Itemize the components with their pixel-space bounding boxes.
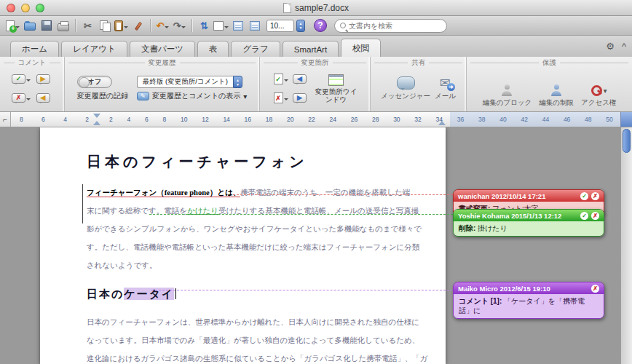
reject-change-icon[interactable]: ✗ [591,212,599,220]
accept-change-icon[interactable]: ✓ [580,192,588,200]
search-field[interactable] [334,19,447,33]
next-comment-button[interactable]: ▶ [36,71,51,87]
ruler-number: 42 [521,116,527,123]
step-down-icon: ▼ [299,25,303,30]
restrict-editing-button[interactable]: 編集の制限 [539,84,574,108]
delete-comment-icon[interactable]: ✗ [591,285,599,293]
previous-change-button[interactable]: ◀ [292,71,307,87]
text-run: 日本の [87,288,124,300]
document-proxy-icon[interactable] [283,3,291,13]
block-authors-button[interactable]: 編集のブロック [483,84,532,108]
copy-button[interactable] [97,17,112,33]
print-button[interactable] [55,17,71,33]
person-gray-icon [502,84,512,96]
format-painter-button[interactable] [130,17,146,33]
tracked-format-change-text: フィーチャーフォン（feature phone）とは、 [87,189,240,197]
minimize-window-button[interactable] [21,4,30,12]
toolbar-separator [75,19,76,32]
font-size-stepper[interactable]: ▲▼ [296,20,305,32]
save-button[interactable] [39,17,54,33]
tab-charts[interactable]: グラフ [231,41,280,57]
search-input[interactable] [349,22,441,30]
open-button[interactable] [22,17,37,33]
comment-leader-line-green [149,214,453,215]
reject-change-button[interactable]: ✗ [273,90,288,106]
scrollbar-thumb[interactable] [623,129,631,153]
balloon-body: 削除: 掛けたり [454,221,604,236]
review-pane-button[interactable]: 変更箇所ウインドウ [314,74,359,103]
tab-review[interactable]: 校閲 [341,39,381,57]
ribbon-options: ⚙ ^ [606,41,626,52]
balloon-header: wanichan 2012/10/14 17:21 ✓ ✗ [454,190,604,202]
permissions-button[interactable]: ▾ アクセス権 [581,84,616,108]
protection-group: 保護 編集のブロック 編集の制限 ▾ アクセス権 [466,57,632,111]
previous-comment-button[interactable]: ◀ [36,90,51,106]
close-window-button[interactable] [7,4,15,12]
tab-layout[interactable]: レイアウト [61,41,127,57]
document-page[interactable]: 日本のフィーチャーフォン フィーチャーフォン（feature phone）とは、… [40,127,446,364]
redo-button[interactable]: ↷ [172,17,187,33]
next-change-button[interactable]: ▶ [292,90,307,106]
new-comment-button[interactable]: ✓ [12,71,31,87]
font-size-combo[interactable]: 10... [266,20,294,32]
ribbon-review: コメント ✓ ▶ ✗ ◀ 変更履歴 オフ 最終版 (変更箇所/コメント) ▲▼ [0,57,632,112]
key-icon [590,84,602,96]
vertical-scrollbar[interactable] [620,127,632,364]
delete-comment-icon: ✗ [12,93,25,103]
layout-view-button[interactable] [213,17,229,33]
zoom-window-button[interactable] [36,4,44,12]
ruler-number: 16 [245,116,251,123]
block-authors-label: 編集のブロック [483,98,532,108]
track-changes-toggle[interactable]: オフ [77,76,112,88]
save-icon [42,20,52,31]
tab-document-elements[interactable]: 文書パーツ [130,41,195,57]
scrollbar-top-box[interactable] [620,112,632,127]
reject-change-icon[interactable]: ✗ [591,192,599,200]
right-indent-marker[interactable] [438,117,446,125]
ruler-number: 6 [42,116,45,123]
cut-button[interactable]: ✂ [80,17,95,33]
dropdown-caret-icon [26,79,31,84]
next-change-icon: ▶ [293,93,307,103]
accept-change-button[interactable]: ✓ [273,71,288,87]
changes-group: 変更箇所 ✓ ◀ ✗ ▶ 変更箇所ウインドウ [259,57,370,111]
messenger-button[interactable]: メッセンジャー [381,76,430,101]
accept-change-icon[interactable]: ✓ [580,212,588,220]
mail-label: メール [435,92,456,101]
tab-home[interactable]: ホーム [10,41,59,57]
scissors-icon: ✂ [84,20,92,31]
tracked-change-balloon-delete[interactable]: Yoshie Kohama 2015/1/13 12:12 ✓ ✗ 削除: 掛け… [453,209,604,237]
ruler-number: 4 [127,116,130,123]
gear-icon[interactable]: ⚙ [606,41,615,52]
tab-smartart[interactable]: SmartArt [283,41,339,57]
help-button[interactable]: ? [314,19,327,32]
grid-view-button[interactable] [247,17,262,33]
comment-balloon[interactable]: Maiko Micro 2012/6/15 19:10 ✗ コメント [1]: … [453,282,604,319]
delete-comment-button[interactable]: ✗ [12,90,31,106]
ruler-number: 44 [542,116,549,123]
ruler-number: 48 [585,116,591,123]
collapse-ribbon-icon[interactable]: ^ [622,41,626,52]
previous-change-icon: ◀ [293,74,307,84]
new-document-button[interactable]: + [5,17,20,33]
ruler-left-scale: 8642 [20,112,89,127]
tab-stop-selector[interactable]: ⌐ [0,112,11,127]
dropdown-caret-icon [284,98,288,103]
ruler-number: 2 [109,116,113,123]
ribbon-tabbar: ホーム レイアウト 文書パーツ 表 グラフ SmartArt 校閲 ⚙ ^ [0,36,632,57]
review-pane-label: 変更箇所ウインドウ [314,87,359,103]
paste-button[interactable] [114,17,129,33]
undo-button[interactable]: ↶ [155,17,170,33]
left-indent-marker[interactable] [93,117,100,125]
navigate-arrows-button[interactable]: ⇅ [197,17,212,33]
messenger-label: メッセンジャー [381,92,430,101]
display-for-review-dropdown[interactable]: 最終版 (変更箇所/コメント) ▲▼ [137,76,247,88]
tab-tables[interactable]: 表 [197,41,229,57]
permissions-label: アクセス権 [581,98,616,108]
question-icon: ? [317,20,323,31]
mail-button[interactable]: ✉➜ メール [435,76,456,101]
balloon-comment-label: コメント [1]: [459,297,502,305]
show-markup-dropdown[interactable]: ✎ 変更履歴とコメントの表示 ▾ [137,91,247,101]
text-line: なっています。日本市場でのみ「最適化」が著しい独自の進化によって多機能化している… [87,331,398,349]
formatting-marks-button[interactable] [230,17,245,33]
